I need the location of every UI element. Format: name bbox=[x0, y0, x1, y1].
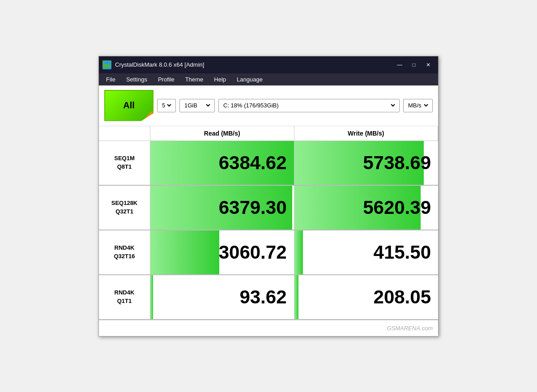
data-rows: SEQ1MQ8T16384.625738.69SEQ128KQ32T16379.… bbox=[99, 141, 438, 320]
runs-select[interactable]: 5 1 3 9 bbox=[157, 99, 176, 112]
app-icon bbox=[102, 60, 111, 69]
read-number-2: 3060.72 bbox=[219, 242, 287, 263]
window-controls: — □ ✕ bbox=[393, 60, 435, 70]
row-label-1: SEQ128KQ32T1 bbox=[99, 186, 150, 230]
write-col-header: Write (MB/s) bbox=[294, 126, 439, 141]
write-value-0: 5738.69 bbox=[294, 141, 439, 185]
menu-item-language[interactable]: Language bbox=[231, 73, 268, 85]
menu-bar: FileSettingsProfileThemeHelpLanguage bbox=[99, 73, 438, 85]
drive-select[interactable]: C: 18% (176/953GiB) bbox=[218, 99, 400, 112]
close-button[interactable]: ✕ bbox=[422, 60, 435, 70]
minimize-button[interactable]: — bbox=[393, 60, 406, 70]
maximize-button[interactable]: □ bbox=[408, 60, 420, 70]
read-value-0: 6384.62 bbox=[150, 141, 294, 185]
main-window: CrystalDiskMark 8.0.6 x64 [Admin] — □ ✕ … bbox=[98, 56, 439, 337]
svg-rect-1 bbox=[104, 62, 110, 64]
write-number-2: 415.50 bbox=[374, 242, 431, 263]
label-col-header bbox=[99, 126, 150, 141]
menu-item-file[interactable]: File bbox=[101, 73, 121, 85]
toolbar: All 5 1 3 9 1GiB 512MiB 2GiB 4GiB C: 18%… bbox=[99, 85, 438, 126]
size-dropdown[interactable]: 1GiB 512MiB 2GiB 4GiB bbox=[183, 102, 212, 109]
read-col-header: Read (MB/s) bbox=[150, 126, 294, 141]
table-row: RND4KQ1T193.62208.05 bbox=[99, 275, 438, 320]
menu-item-settings[interactable]: Settings bbox=[121, 73, 153, 85]
unit-select[interactable]: MB/s GB/s IOPS bbox=[403, 99, 433, 112]
row-label-2: RND4KQ32T16 bbox=[99, 230, 150, 274]
row-label-3: RND4KQ1T1 bbox=[99, 275, 150, 319]
write-number-3: 208.05 bbox=[374, 286, 431, 308]
write-value-3: 208.05 bbox=[294, 275, 439, 319]
content-area: Read (MB/s) Write (MB/s) SEQ1MQ8T16384.6… bbox=[99, 126, 438, 320]
column-headers: Read (MB/s) Write (MB/s) bbox=[99, 126, 438, 141]
read-number-0: 6384.62 bbox=[219, 152, 287, 174]
menu-item-profile[interactable]: Profile bbox=[153, 73, 180, 85]
table-row: SEQ1MQ8T16384.625738.69 bbox=[99, 141, 438, 186]
menu-item-help[interactable]: Help bbox=[209, 73, 231, 85]
table-row: RND4KQ32T163060.72415.50 bbox=[99, 230, 438, 275]
read-value-1: 6379.30 bbox=[150, 186, 294, 230]
title-bar-left: CrystalDiskMark 8.0.6 x64 [Admin] bbox=[102, 60, 204, 69]
window-title: CrystalDiskMark 8.0.6 x64 [Admin] bbox=[115, 61, 204, 68]
read-number-3: 93.62 bbox=[239, 286, 286, 308]
menu-item-theme[interactable]: Theme bbox=[180, 73, 209, 85]
table-row: SEQ128KQ32T16379.305620.39 bbox=[99, 186, 438, 230]
footer: GSMARENA.com bbox=[99, 320, 438, 336]
title-bar: CrystalDiskMark 8.0.6 x64 [Admin] — □ ✕ bbox=[99, 56, 438, 73]
write-value-1: 5620.39 bbox=[294, 186, 439, 230]
read-number-1: 6379.30 bbox=[219, 197, 287, 218]
write-number-0: 5738.69 bbox=[363, 152, 431, 174]
runs-dropdown[interactable]: 5 1 3 9 bbox=[160, 102, 173, 109]
drive-dropdown[interactable]: C: 18% (176/953GiB) bbox=[222, 102, 396, 109]
read-value-2: 3060.72 bbox=[150, 230, 294, 274]
watermark-text: GSMARENA.com bbox=[387, 325, 433, 332]
size-select[interactable]: 1GiB 512MiB 2GiB 4GiB bbox=[179, 99, 215, 112]
row-label-0: SEQ1MQ8T1 bbox=[99, 141, 150, 185]
read-value-3: 93.62 bbox=[150, 275, 294, 319]
write-number-1: 5620.39 bbox=[363, 197, 431, 218]
unit-dropdown[interactable]: MB/s GB/s IOPS bbox=[406, 102, 430, 109]
all-button[interactable]: All bbox=[104, 90, 153, 121]
write-value-2: 415.50 bbox=[294, 230, 439, 274]
